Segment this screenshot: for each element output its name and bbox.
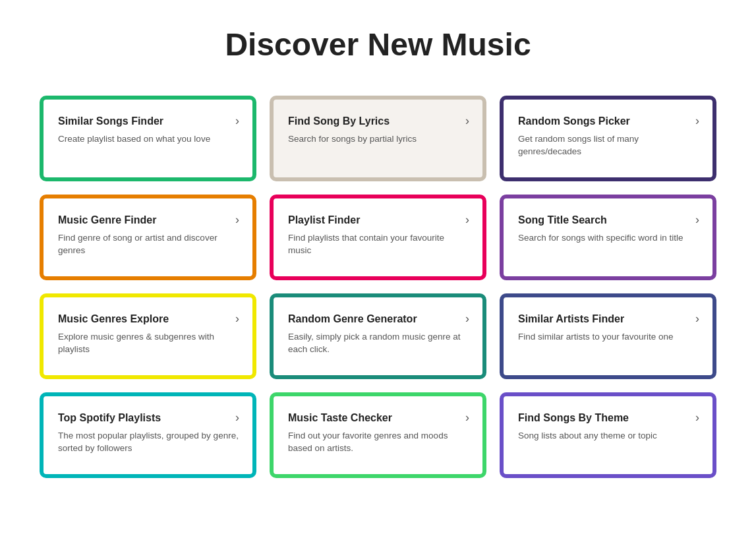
card-desc-similar-songs-finder: Create playlist based on what you love xyxy=(58,133,239,146)
card-desc-random-genre-generator: Easily, simply pick a random music genre… xyxy=(288,331,469,356)
card-title-find-songs-by-theme: Find Songs By Theme xyxy=(518,412,629,424)
card-grid: Similar Songs Finder › Create playlist b… xyxy=(40,96,716,478)
card-desc-similar-artists-finder: Find similar artists to your favourite o… xyxy=(518,331,699,344)
card-desc-music-genre-finder: Find genre of song or artist and discove… xyxy=(58,232,239,257)
card-title-music-genres-explore: Music Genres Explore xyxy=(58,313,169,325)
card-title-find-song-by-lyrics: Find Song By Lyrics xyxy=(288,115,390,127)
card-chevron-similar-songs-finder: › xyxy=(235,114,239,128)
card-find-songs-by-theme[interactable]: Find Songs By Theme › Song lists about a… xyxy=(500,392,716,478)
card-chevron-music-taste-checker: › xyxy=(465,411,469,425)
card-chevron-random-songs-picker: › xyxy=(695,114,699,128)
card-desc-find-songs-by-theme: Song lists about any theme or topic xyxy=(518,430,699,442)
card-title-random-songs-picker: Random Songs Picker xyxy=(518,115,630,127)
card-song-title-search[interactable]: Song Title Search › Search for songs wit… xyxy=(500,195,716,280)
card-chevron-top-spotify-playlists: › xyxy=(235,411,239,425)
page-title: Discover New Music xyxy=(40,26,716,63)
card-chevron-playlist-finder: › xyxy=(465,213,469,227)
card-title-random-genre-generator: Random Genre Generator xyxy=(288,313,417,325)
card-desc-find-song-by-lyrics: Search for songs by partial lyrics xyxy=(288,133,469,146)
card-title-music-genre-finder: Music Genre Finder xyxy=(58,214,156,226)
card-chevron-music-genres-explore: › xyxy=(235,312,239,326)
card-desc-playlist-finder: Find playlists that contain your favouri… xyxy=(288,232,469,257)
card-chevron-song-title-search: › xyxy=(695,213,699,227)
card-header-random-songs-picker: Random Songs Picker › xyxy=(518,114,699,128)
card-playlist-finder[interactable]: Playlist Finder › Find playlists that co… xyxy=(270,195,486,280)
card-random-songs-picker[interactable]: Random Songs Picker › Get random songs l… xyxy=(500,96,716,181)
card-desc-song-title-search: Search for songs with specific word in t… xyxy=(518,232,699,245)
card-header-find-songs-by-theme: Find Songs By Theme › xyxy=(518,411,699,425)
card-random-genre-generator[interactable]: Random Genre Generator › Easily, simply … xyxy=(270,293,486,379)
card-header-random-genre-generator: Random Genre Generator › xyxy=(288,312,469,326)
card-chevron-random-genre-generator: › xyxy=(465,312,469,326)
card-desc-music-taste-checker: Find out your favorite genres and moods … xyxy=(288,430,469,455)
card-music-taste-checker[interactable]: Music Taste Checker › Find out your favo… xyxy=(270,392,486,478)
card-find-song-by-lyrics[interactable]: Find Song By Lyrics › Search for songs b… xyxy=(270,96,486,181)
card-chevron-similar-artists-finder: › xyxy=(695,312,699,326)
card-header-similar-songs-finder: Similar Songs Finder › xyxy=(58,114,239,128)
card-desc-random-songs-picker: Get random songs list of many genres/dec… xyxy=(518,133,699,158)
card-title-top-spotify-playlists: Top Spotify Playlists xyxy=(58,412,161,424)
card-chevron-music-genre-finder: › xyxy=(235,213,239,227)
card-title-playlist-finder: Playlist Finder xyxy=(288,214,360,226)
card-top-spotify-playlists[interactable]: Top Spotify Playlists › The most popular… xyxy=(40,392,256,478)
card-header-music-genres-explore: Music Genres Explore › xyxy=(58,312,239,326)
card-header-find-song-by-lyrics: Find Song By Lyrics › xyxy=(288,114,469,128)
card-header-song-title-search: Song Title Search › xyxy=(518,213,699,227)
card-title-similar-songs-finder: Similar Songs Finder xyxy=(58,115,163,127)
card-similar-songs-finder[interactable]: Similar Songs Finder › Create playlist b… xyxy=(40,96,256,181)
card-music-genres-explore[interactable]: Music Genres Explore › Explore music gen… xyxy=(40,293,256,379)
card-title-similar-artists-finder: Similar Artists Finder xyxy=(518,313,624,325)
card-header-playlist-finder: Playlist Finder › xyxy=(288,213,469,227)
card-title-song-title-search: Song Title Search xyxy=(518,214,607,226)
card-music-genre-finder[interactable]: Music Genre Finder › Find genre of song … xyxy=(40,195,256,280)
card-header-music-taste-checker: Music Taste Checker › xyxy=(288,411,469,425)
card-header-top-spotify-playlists: Top Spotify Playlists › xyxy=(58,411,239,425)
card-header-similar-artists-finder: Similar Artists Finder › xyxy=(518,312,699,326)
card-title-music-taste-checker: Music Taste Checker xyxy=(288,412,392,424)
card-desc-music-genres-explore: Explore music genres & subgenres with pl… xyxy=(58,331,239,356)
card-header-music-genre-finder: Music Genre Finder › xyxy=(58,213,239,227)
card-chevron-find-songs-by-theme: › xyxy=(695,411,699,425)
card-desc-top-spotify-playlists: The most popular playlists, grouped by g… xyxy=(58,430,239,455)
card-chevron-find-song-by-lyrics: › xyxy=(465,114,469,128)
card-similar-artists-finder[interactable]: Similar Artists Finder › Find similar ar… xyxy=(500,293,716,379)
